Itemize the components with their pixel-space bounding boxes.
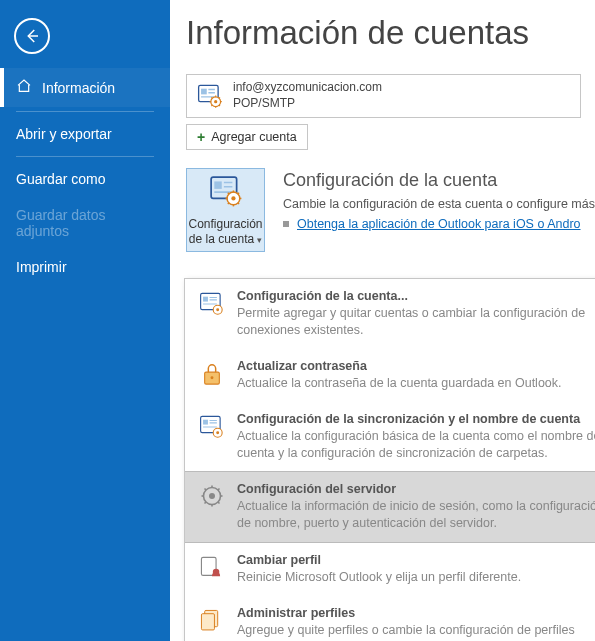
- svg-line-22: [237, 193, 238, 194]
- svg-point-15: [231, 196, 235, 200]
- svg-line-9: [219, 105, 220, 106]
- svg-point-3: [214, 100, 217, 103]
- config-button-line1: Configuración: [188, 217, 262, 231]
- svg-line-10: [219, 97, 220, 98]
- dd-title: Configuración de la cuenta...: [237, 289, 595, 303]
- sidebar-item-save-as[interactable]: Guardar como: [0, 161, 170, 197]
- dd-desc: Actualice la configuración básica de la …: [237, 428, 595, 462]
- sidebar-item-open-export[interactable]: Abrir y exportar: [0, 116, 170, 152]
- account-email: info@xyzcomunicacion.com: [233, 80, 382, 96]
- account-type: POP/SMTP: [233, 96, 382, 112]
- settings-desc: Cambie la configuración de esta cuenta o…: [283, 197, 595, 211]
- dd-desc: Permite agregar y quitar cuentas o cambi…: [237, 305, 595, 339]
- dd-desc: Reinicie Microsoft Outlook y elija un pe…: [237, 569, 521, 586]
- back-button[interactable]: [14, 18, 50, 54]
- profile-switch-icon: [197, 553, 227, 581]
- dd-title: Administrar perfiles: [237, 606, 595, 620]
- dd-item-update-password[interactable]: Actualizar contraseña Actualice la contr…: [185, 349, 595, 402]
- svg-rect-31: [203, 419, 208, 424]
- dd-title: Configuración del servidor: [237, 482, 595, 496]
- svg-rect-47: [201, 614, 214, 630]
- dd-title: Configuración de la sincronización y el …: [237, 412, 595, 426]
- settings-heading: Configuración de la cuenta: [283, 170, 595, 191]
- main-content: Información de cuentas info@xyzcomunicac…: [170, 0, 595, 641]
- svg-line-40: [205, 489, 207, 491]
- svg-line-21: [237, 203, 238, 204]
- sidebar-item-label: Guardar como: [16, 171, 105, 187]
- sidebar-item-label: Imprimir: [16, 259, 67, 275]
- account-settings-dropdown: Configuración de la cuenta... Permite ag…: [184, 278, 595, 641]
- dd-item-server-settings[interactable]: Configuración del servidor Actualice la …: [185, 471, 595, 543]
- sidebar-separator: [16, 111, 154, 112]
- svg-rect-13: [214, 182, 221, 189]
- get-app-link[interactable]: Obtenga la aplicación de Outlook para iO…: [297, 217, 581, 231]
- account-gear-icon: [197, 83, 223, 109]
- page-title: Información de cuentas: [186, 14, 595, 52]
- add-account-label: Agregar cuenta: [211, 130, 296, 144]
- profiles-icon: [197, 606, 227, 634]
- sidebar-item-print[interactable]: Imprimir: [0, 249, 170, 285]
- dd-item-manage-profiles[interactable]: Administrar perfiles Agregue y quite per…: [185, 596, 595, 641]
- account-selector[interactable]: info@xyzcomunicacion.com POP/SMTP: [186, 74, 581, 118]
- dd-title: Cambiar perfil: [237, 553, 521, 567]
- svg-point-29: [211, 376, 214, 379]
- svg-point-33: [216, 431, 219, 434]
- account-settings-button[interactable]: Configuración de la cuenta▾: [186, 168, 265, 252]
- bullet-icon: [283, 221, 289, 227]
- svg-line-41: [218, 502, 220, 504]
- sidebar-item-save-attachments: Guardar datos adjuntos: [0, 197, 170, 249]
- account-gear-icon: [209, 174, 243, 211]
- svg-line-43: [205, 502, 207, 504]
- svg-point-35: [209, 493, 215, 499]
- account-gear-icon: [197, 289, 227, 317]
- lock-icon: [197, 359, 227, 387]
- dd-desc: Actualice la información de inicio de se…: [237, 498, 595, 532]
- svg-point-27: [216, 308, 219, 311]
- dd-desc: Agregue y quite perfiles o cambie la con…: [237, 622, 595, 641]
- account-gear-icon: [197, 412, 227, 440]
- sidebar-item-info[interactable]: Información: [0, 68, 170, 107]
- svg-line-23: [227, 203, 228, 204]
- svg-line-20: [227, 193, 228, 194]
- sidebar-item-label: Guardar datos adjuntos: [16, 207, 154, 239]
- chevron-down-icon: ▾: [257, 235, 262, 245]
- config-button-line2: de la cuenta: [189, 232, 254, 246]
- back-arrow-icon: [23, 27, 41, 45]
- dd-item-change-profile[interactable]: Cambiar perfil Reinicie Microsoft Outloo…: [185, 543, 595, 596]
- add-account-button[interactable]: + Agregar cuenta: [186, 124, 308, 150]
- svg-line-8: [211, 97, 212, 98]
- sidebar-item-label: Información: [42, 80, 115, 96]
- svg-line-42: [218, 489, 220, 491]
- dd-desc: Actualice la contraseña de la cuenta gua…: [237, 375, 562, 392]
- dd-item-account-settings[interactable]: Configuración de la cuenta... Permite ag…: [185, 279, 595, 349]
- dd-item-sync-name-settings[interactable]: Configuración de la sincronización y el …: [185, 402, 595, 472]
- svg-rect-25: [203, 297, 208, 302]
- plus-icon: +: [197, 129, 205, 145]
- sidebar-item-label: Abrir y exportar: [16, 126, 112, 142]
- sidebar-separator: [16, 156, 154, 157]
- backstage-sidebar: Información Abrir y exportar Guardar com…: [0, 0, 170, 641]
- account-info: info@xyzcomunicacion.com POP/SMTP: [233, 80, 382, 111]
- dd-title: Actualizar contraseña: [237, 359, 562, 373]
- svg-rect-1: [201, 89, 207, 95]
- home-icon: [16, 78, 32, 97]
- svg-line-11: [211, 105, 212, 106]
- gear-icon: [197, 482, 227, 508]
